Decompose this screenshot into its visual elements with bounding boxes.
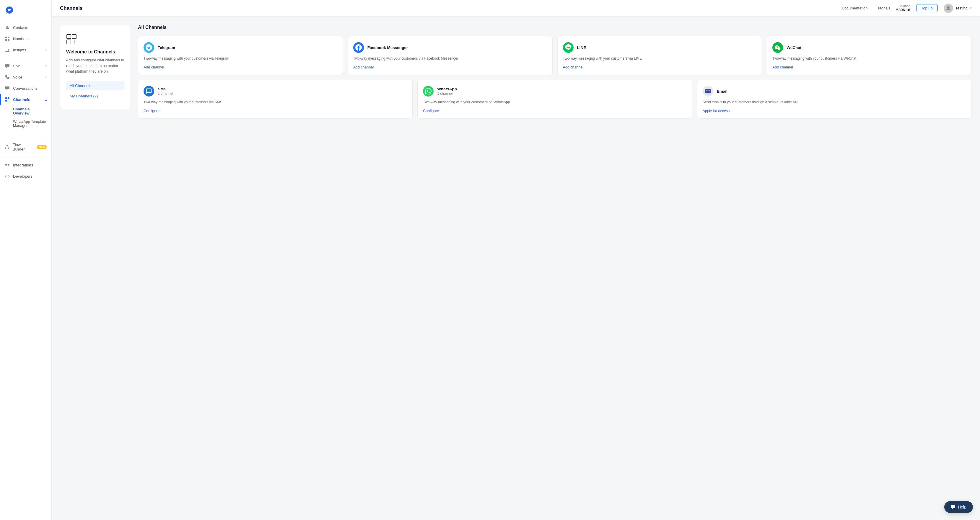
wechat-action[interactable]: Add channel: [772, 65, 966, 69]
sidebar-channels-label: Channels: [13, 97, 30, 102]
tutorials-link[interactable]: Tutorials: [876, 6, 890, 10]
user-info[interactable]: Testing ▾: [944, 3, 972, 13]
email-channel-desc: Send emails to your customers through a …: [703, 100, 966, 105]
sidebar-item-voice[interactable]: Voice ▾: [0, 71, 51, 82]
balance-label: Balance: [899, 4, 910, 8]
channel-card-header-email: Email: [703, 86, 966, 97]
main-content: Channels Documentation Tutorials Balance…: [52, 0, 980, 520]
sidebar-voice-label: Voice: [13, 75, 22, 79]
channel-card-email[interactable]: Email Send emails to your customers thro…: [697, 80, 972, 119]
sidebar-integrations-label: Integrations: [13, 163, 33, 167]
sidebar-numbers-label: Numbers: [13, 36, 29, 41]
sidebar-item-conversations[interactable]: Conversations: [0, 82, 51, 94]
channel-card-header-telegram: Telegram: [143, 42, 337, 53]
channels-chevron-icon: ▴: [45, 98, 47, 101]
page-body: Welcome to Channels Add and configure ch…: [52, 16, 980, 520]
channel-card-telegram[interactable]: Telegram Two-way messaging with your cus…: [138, 36, 343, 75]
channel-card-wechat[interactable]: WeChat Two-way messaging with your custo…: [767, 36, 972, 75]
svg-rect-8: [6, 145, 8, 146]
whatsapp-channel-desc: Two-way messaging with your customers on…: [423, 100, 686, 105]
telegram-logo: [143, 42, 154, 53]
wechat-name: WeChat: [786, 46, 801, 50]
sms-channel-count: 1 channel: [158, 92, 173, 96]
welcome-desc: Add and configure chat channels to reach…: [66, 57, 125, 74]
email-channel-action[interactable]: Apply for access: [703, 109, 966, 113]
whatsapp-channel-action[interactable]: Configure: [423, 109, 686, 113]
sms-channel-desc: Two-way messaging with your customers vi…: [143, 100, 407, 105]
line-name: LINE: [577, 46, 586, 50]
svg-rect-9: [5, 148, 6, 149]
channel-card-line[interactable]: LINE Two-way messaging with your custome…: [557, 36, 762, 75]
svg-rect-2: [8, 36, 10, 38]
sidebar-sub-channels-overview[interactable]: Channels Overview: [13, 105, 51, 117]
balance-section: Balance €396.16: [896, 4, 910, 12]
facebook-desc: Two-way messaging with your customers vi…: [353, 56, 547, 61]
telegram-name: Telegram: [158, 46, 175, 50]
sidebar-item-numbers[interactable]: Numbers: [0, 33, 51, 44]
channel-card-whatsapp[interactable]: WhatsApp 1 channel Two-way messaging wit…: [417, 80, 692, 119]
svg-rect-7: [5, 100, 7, 101]
svg-rect-14: [67, 35, 71, 39]
svg-rect-4: [8, 39, 10, 41]
sms-channel-logo: [143, 86, 154, 97]
sidebar-item-developers[interactable]: Developers: [0, 171, 51, 182]
wechat-desc: Two-way messaging with your customers vi…: [772, 56, 966, 61]
panel-nav: All Channels My Channels (2): [66, 81, 125, 101]
sidebar-developers-label: Developers: [13, 174, 32, 179]
channels-title: All Channels: [138, 25, 972, 30]
svg-rect-6: [8, 97, 10, 99]
sidebar: Contacts Numbers Insights ▾ SMS ▾: [0, 0, 52, 520]
sidebar-item-flow-builder[interactable]: Flow Builder New: [0, 140, 51, 154]
line-action[interactable]: Add channel: [563, 65, 757, 69]
whatsapp-channel-count: 1 channel: [437, 92, 457, 96]
panel-nav-my-channels[interactable]: My Channels (2): [66, 92, 125, 101]
channels-icon: [5, 97, 10, 102]
top-up-button[interactable]: Top up: [916, 4, 938, 12]
header: Channels Documentation Tutorials Balance…: [52, 0, 980, 16]
facebook-name: Facebook Messenger: [368, 46, 408, 50]
whatsapp-logo: [423, 86, 434, 97]
documentation-link[interactable]: Documentation: [842, 6, 867, 10]
person-icon: [5, 25, 10, 30]
sidebar-item-integrations[interactable]: Integrations: [0, 159, 51, 171]
channel-card-header-whatsapp: WhatsApp 1 channel: [423, 86, 686, 97]
svg-rect-15: [67, 40, 71, 44]
line-desc: Two-way messaging with your customers vi…: [563, 56, 757, 61]
grid-icon: [5, 36, 10, 41]
sidebar-item-contacts[interactable]: Contacts: [0, 22, 51, 33]
sidebar-item-channels[interactable]: Channels ▴: [0, 94, 51, 105]
sidebar-item-sms[interactable]: SMS ▾: [0, 60, 51, 71]
sidebar-contacts-label: Contacts: [13, 25, 28, 30]
help-button[interactable]: Help: [944, 501, 973, 513]
sms-channel-action[interactable]: Configure: [143, 109, 407, 113]
sidebar-sms-label: SMS: [13, 64, 21, 68]
channel-card-header-wechat: WeChat: [772, 42, 966, 53]
channels-grid-row2: SMS 1 channel Two-way messaging with you…: [138, 80, 972, 119]
sidebar-conversations-label: Conversations: [13, 86, 38, 90]
developers-icon: [5, 174, 10, 179]
sms-channel-name: SMS: [158, 87, 173, 91]
channels-panel: All Channels Telegram Two-way messaging …: [138, 25, 972, 512]
facebook-action[interactable]: Add channel: [353, 65, 547, 69]
channels-submenu: Channels Overview WhatsApp Template Mana…: [0, 105, 51, 130]
channel-card-sms[interactable]: SMS 1 channel Two-way messaging with you…: [138, 80, 413, 119]
svg-rect-3: [5, 39, 7, 41]
avatar: [944, 3, 953, 13]
sidebar-sub-whatsapp-template[interactable]: WhatsApp Template Manager: [13, 117, 51, 130]
sidebar-item-insights[interactable]: Insights ▾: [0, 44, 51, 55]
sidebar-nav: Contacts Numbers Insights ▾ SMS ▾: [0, 22, 51, 514]
whatsapp-channel-name: WhatsApp: [437, 87, 457, 91]
svg-rect-5: [5, 97, 7, 99]
page-title: Channels: [60, 5, 836, 11]
telegram-action[interactable]: Add channel: [143, 65, 337, 69]
channel-card-header-sms: SMS 1 channel: [143, 86, 407, 97]
channel-card-facebook[interactable]: Facebook Messenger Two-way messaging wit…: [348, 36, 553, 75]
email-channel-name: Email: [717, 89, 727, 94]
panel-nav-all-channels[interactable]: All Channels: [66, 81, 125, 90]
user-name: Testing: [956, 6, 967, 10]
channel-card-header-facebook: Facebook Messenger: [353, 42, 547, 53]
facebook-logo: [353, 42, 364, 53]
channel-card-header-line: LINE: [563, 42, 757, 53]
insights-chevron-icon: ▾: [45, 48, 47, 52]
channels-grid-row1: Telegram Two-way messaging with your cus…: [138, 36, 972, 75]
